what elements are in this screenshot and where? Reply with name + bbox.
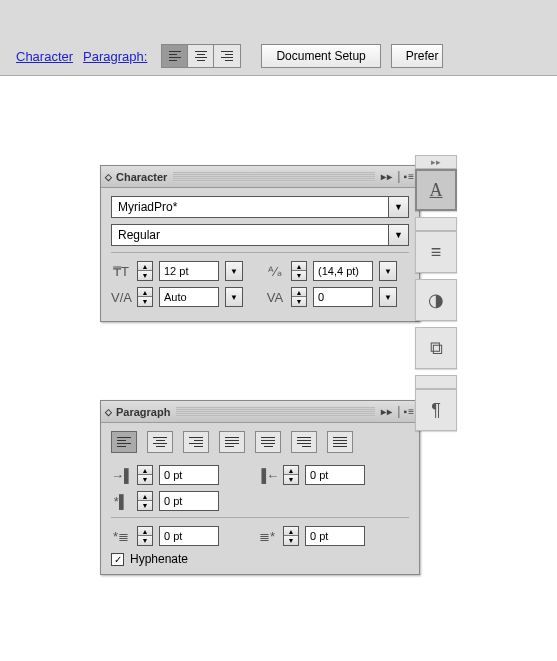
align-left-icon [117, 437, 131, 447]
chevron-down-icon[interactable]: ▼ [389, 196, 409, 218]
dock-handle[interactable]: ▸▸ [415, 155, 457, 169]
control-bar: Character Paragraph: Document Setup Pref… [0, 0, 557, 76]
chevron-down-icon[interactable]: ▼ [379, 287, 397, 307]
dock-transparency-icon[interactable]: ◑ [415, 279, 457, 321]
paragraph-panel: ◇ Paragraph ▸▸ │▪≡ →▌ ▲▼ 0 pt ▐← ▲▼ 0 pt… [100, 400, 420, 575]
space-after-stepper[interactable]: ▲▼ [283, 526, 299, 546]
font-family-value: MyriadPro* [111, 196, 389, 218]
dock-character-icon[interactable]: A [415, 169, 457, 211]
panel-menu-icon[interactable]: ▸▸ │▪≡ [381, 171, 415, 182]
kerning-stepper[interactable]: ▲▼ [137, 287, 153, 307]
header-grip[interactable] [176, 407, 374, 417]
para-align-left-button[interactable] [111, 431, 137, 453]
tracking-stepper[interactable]: ▲▼ [291, 287, 307, 307]
panel-dock: ▸▸ A ≡ ◑ ⧉ ¶ [415, 155, 457, 437]
dock-paragraph-icon[interactable]: ¶ [415, 389, 457, 431]
tracking-icon: VA [265, 290, 285, 305]
checkmark-icon: ✓ [111, 553, 124, 566]
paragraph-align-group [111, 431, 409, 453]
diamond-icon: ◇ [105, 407, 112, 417]
first-line-indent-icon: *▌ [111, 494, 131, 509]
chevron-down-icon[interactable]: ▼ [379, 261, 397, 281]
chevron-down-icon[interactable]: ▼ [225, 287, 243, 307]
chevron-down-icon[interactable]: ▼ [225, 261, 243, 281]
para-justify-last-left-button[interactable] [219, 431, 245, 453]
first-line-stepper[interactable]: ▲▼ [137, 491, 153, 511]
font-size-icon: ₸T [111, 264, 131, 279]
justify-left-icon [225, 437, 239, 447]
indent-right-icon: ▐← [257, 468, 277, 483]
paragraph-panel-title: Paragraph [116, 406, 170, 418]
dock-pathfinder-icon[interactable]: ⧉ [415, 327, 457, 369]
chevron-down-icon[interactable]: ▼ [389, 224, 409, 246]
dock-divider [415, 217, 457, 231]
toolbar-align-left-button[interactable] [162, 45, 188, 67]
preferences-button[interactable]: Prefer [391, 44, 444, 68]
align-center-icon [195, 51, 207, 61]
character-panel-header[interactable]: ◇ Character ▸▸ │▪≡ [101, 166, 419, 188]
leading-field[interactable]: (14,4 pt) [313, 261, 373, 281]
toolbar-align-center-button[interactable] [188, 45, 214, 67]
character-link[interactable]: Character [16, 49, 73, 64]
indent-left-stepper[interactable]: ▲▼ [137, 465, 153, 485]
para-align-right-button[interactable] [183, 431, 209, 453]
space-before-icon: *≣ [111, 529, 131, 544]
leading-stepper[interactable]: ▲▼ [291, 261, 307, 281]
para-justify-all-button[interactable] [327, 431, 353, 453]
font-size-field[interactable]: 12 pt [159, 261, 219, 281]
para-justify-last-right-button[interactable] [291, 431, 317, 453]
para-align-center-button[interactable] [147, 431, 173, 453]
justify-right-icon [297, 437, 311, 447]
align-right-icon [221, 51, 233, 61]
indent-right-stepper[interactable]: ▲▼ [283, 465, 299, 485]
leading-icon: ᴬ⁄ₐ [265, 264, 285, 279]
space-after-icon: ≣* [257, 529, 277, 544]
space-before-stepper[interactable]: ▲▼ [137, 526, 153, 546]
align-right-icon [189, 437, 203, 447]
hyphenate-label: Hyphenate [130, 552, 188, 566]
header-grip[interactable] [173, 172, 374, 182]
toolbar-align-group [161, 44, 241, 68]
dock-divider [415, 375, 457, 389]
align-left-icon [169, 51, 181, 61]
justify-center-icon [261, 437, 275, 447]
hyphenate-checkbox[interactable]: ✓ Hyphenate [111, 552, 409, 566]
diamond-icon: ◇ [105, 172, 112, 182]
para-justify-last-center-button[interactable] [255, 431, 281, 453]
character-panel: ◇ Character ▸▸ │▪≡ MyriadPro* ▼ Regular … [100, 165, 420, 322]
dock-stroke-icon[interactable]: ≡ [415, 231, 457, 273]
font-family-dropdown[interactable]: MyriadPro* ▼ [111, 196, 409, 218]
font-style-value: Regular [111, 224, 389, 246]
tracking-field[interactable]: 0 [313, 287, 373, 307]
font-size-stepper[interactable]: ▲▼ [137, 261, 153, 281]
font-style-dropdown[interactable]: Regular ▼ [111, 224, 409, 246]
justify-all-icon [333, 437, 347, 447]
paragraph-link[interactable]: Paragraph: [83, 49, 147, 64]
space-before-field[interactable]: 0 pt [159, 526, 219, 546]
indent-right-field[interactable]: 0 pt [305, 465, 365, 485]
document-setup-button[interactable]: Document Setup [261, 44, 380, 68]
toolbar-align-right-button[interactable] [214, 45, 240, 67]
align-center-icon [153, 437, 167, 447]
first-line-field[interactable]: 0 pt [159, 491, 219, 511]
kerning-field[interactable]: Auto [159, 287, 219, 307]
panel-menu-icon[interactable]: ▸▸ │▪≡ [381, 406, 415, 417]
character-panel-title: Character [116, 171, 167, 183]
indent-left-icon: →▌ [111, 468, 131, 483]
indent-left-field[interactable]: 0 pt [159, 465, 219, 485]
space-after-field[interactable]: 0 pt [305, 526, 365, 546]
kerning-icon: V/A [111, 290, 131, 305]
paragraph-panel-header[interactable]: ◇ Paragraph ▸▸ │▪≡ [101, 401, 419, 423]
